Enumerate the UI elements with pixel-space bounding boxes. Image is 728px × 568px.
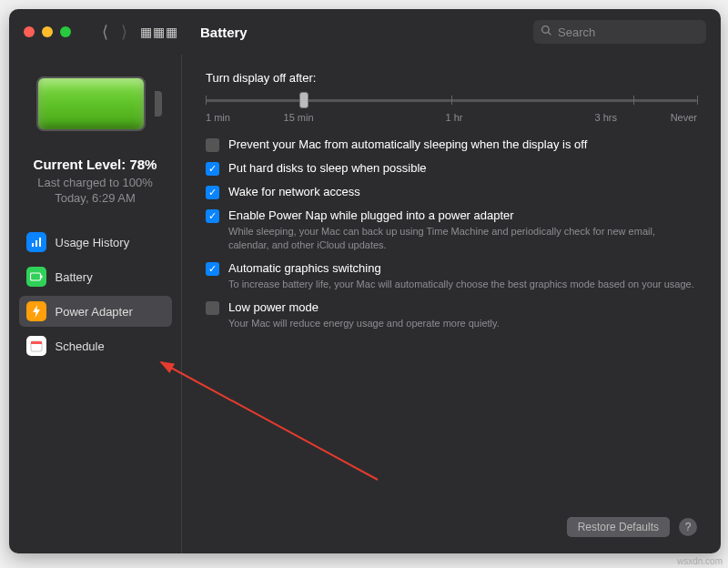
slider-tick-label: Never bbox=[671, 112, 697, 123]
calendar-icon bbox=[26, 336, 46, 356]
sidebar-item-schedule[interactable]: Schedule bbox=[19, 330, 172, 361]
last-charged-label: Last charged to 100% bbox=[34, 176, 157, 189]
page-title: Battery bbox=[200, 25, 248, 40]
option-hard-disks-sleep: ✓ Put hard disks to sleep when possible bbox=[206, 161, 697, 176]
display-sleep-label: Turn display off after: bbox=[206, 71, 697, 85]
sidebar-item-battery[interactable]: Battery bbox=[19, 261, 172, 292]
minimize-icon[interactable] bbox=[42, 26, 53, 37]
restore-defaults-button[interactable]: Restore Defaults bbox=[567, 517, 670, 537]
svg-rect-3 bbox=[35, 240, 37, 247]
sidebar-item-power-adapter[interactable]: Power Adapter bbox=[19, 296, 172, 327]
option-prevent-sleep: Prevent your Mac from automatically slee… bbox=[206, 137, 697, 152]
close-icon[interactable] bbox=[24, 26, 35, 37]
current-level-label: Current Level: 78% bbox=[34, 157, 157, 172]
sidebar-item-label: Schedule bbox=[56, 340, 105, 353]
search-icon bbox=[541, 25, 552, 39]
option-title: Automatic graphics switching bbox=[228, 261, 697, 275]
forward-button[interactable]: ⟩ bbox=[121, 22, 127, 42]
option-title: Enable Power Nap while plugged into a po… bbox=[228, 208, 697, 222]
checkbox[interactable]: ✓ bbox=[206, 186, 219, 199]
last-charged-time-label: Today, 6:29 AM bbox=[34, 191, 157, 205]
option-low-power: Low power mode Your Mac will reduce ener… bbox=[206, 300, 697, 330]
option-title: Prevent your Mac from automatically slee… bbox=[228, 137, 697, 151]
option-graphics-switching: ✓ Automatic graphics switching To increa… bbox=[206, 261, 697, 291]
preferences-window: ⟨ ⟩ ▦▦▦ Battery Search Current Level: 78… bbox=[9, 9, 721, 553]
sidebar-item-label: Battery bbox=[56, 270, 93, 284]
svg-point-0 bbox=[542, 26, 550, 34]
slider-tick-label: 1 min bbox=[206, 112, 230, 123]
checkbox[interactable]: ✓ bbox=[206, 262, 219, 276]
svg-rect-4 bbox=[39, 238, 41, 247]
help-button[interactable]: ? bbox=[679, 518, 697, 536]
chart-icon bbox=[26, 232, 46, 252]
checkbox[interactable]: ✓ bbox=[206, 209, 219, 223]
sidebar-item-label: Power Adapter bbox=[56, 305, 133, 319]
footer: Restore Defaults ? bbox=[206, 501, 697, 553]
display-sleep-slider[interactable]: 1 min 15 min 1 hr 3 hrs Never bbox=[206, 92, 697, 123]
option-title: Low power mode bbox=[228, 300, 697, 314]
bolt-icon bbox=[26, 301, 46, 321]
battery-large-icon bbox=[36, 76, 155, 131]
nav-buttons: ⟨ ⟩ ▦▦▦ bbox=[102, 22, 178, 42]
option-wake-network: ✓ Wake for network access bbox=[206, 185, 697, 199]
slider-tick-label: 15 min bbox=[284, 112, 314, 123]
sidebar: Current Level: 78% Last charged to 100% … bbox=[9, 55, 182, 553]
watermark: wsxdn.com bbox=[677, 556, 723, 566]
grid-icon[interactable]: ▦▦▦ bbox=[140, 25, 178, 39]
option-desc: While sleeping, your Mac can back up usi… bbox=[228, 225, 697, 252]
checkbox[interactable]: ✓ bbox=[206, 162, 219, 176]
fullscreen-icon[interactable] bbox=[60, 26, 71, 37]
svg-rect-5 bbox=[30, 273, 40, 280]
svg-rect-8 bbox=[31, 341, 42, 344]
svg-rect-2 bbox=[32, 243, 34, 247]
checkbox[interactable] bbox=[206, 301, 219, 315]
checkbox[interactable] bbox=[206, 138, 219, 152]
search-input[interactable]: Search bbox=[533, 20, 706, 44]
svg-line-1 bbox=[548, 32, 551, 35]
battery-level-info: Current Level: 78% Last charged to 100% … bbox=[34, 157, 157, 205]
option-title: Put hard disks to sleep when possible bbox=[228, 161, 697, 175]
option-desc: Your Mac will reduce energy usage and op… bbox=[228, 317, 697, 330]
battery-icon bbox=[26, 267, 46, 287]
slider-thumb-icon[interactable] bbox=[299, 92, 308, 108]
slider-tick-label: 1 hr bbox=[446, 112, 463, 123]
option-desc: To increase battery life, your Mac will … bbox=[228, 278, 697, 291]
option-title: Wake for network access bbox=[228, 185, 697, 198]
sidebar-item-label: Usage History bbox=[56, 236, 130, 249]
back-button[interactable]: ⟨ bbox=[102, 22, 108, 42]
svg-rect-6 bbox=[41, 276, 43, 279]
traffic-lights bbox=[24, 26, 71, 37]
search-placeholder: Search bbox=[558, 25, 595, 39]
sidebar-nav: Usage History Battery Power Adapter bbox=[19, 227, 172, 361]
main-panel: Turn display off after: 1 min 15 min 1 h… bbox=[182, 55, 721, 553]
option-power-nap: ✓ Enable Power Nap while plugged into a … bbox=[206, 208, 697, 252]
sidebar-item-usage-history[interactable]: Usage History bbox=[19, 227, 172, 258]
titlebar: ⟨ ⟩ ▦▦▦ Battery Search bbox=[9, 9, 721, 55]
slider-tick-label: 3 hrs bbox=[595, 112, 617, 123]
options-list: Prevent your Mac from automatically slee… bbox=[206, 137, 697, 330]
